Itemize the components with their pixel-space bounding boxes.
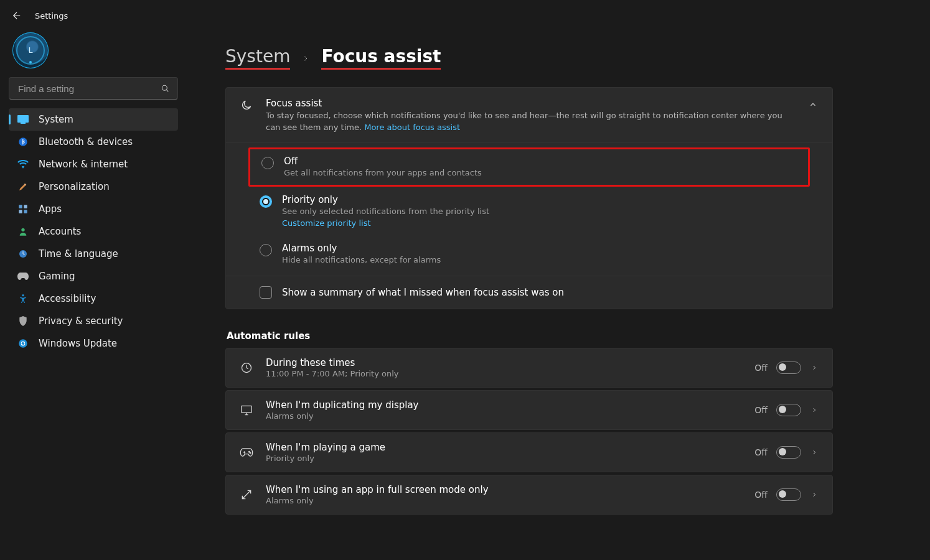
focus-card-desc: To stay focused, choose which notificati… [266,110,787,134]
radio-label: Priority only [282,194,489,205]
rule-state: Off [754,405,768,415]
sidebar-item-label: Privacy & security [39,315,123,327]
summary-checkbox-row[interactable]: Show a summary of what I missed when foc… [226,276,832,309]
focus-card-link[interactable]: More about focus assist [364,123,460,132]
chevron-right-icon[interactable] [810,490,819,499]
sidebar-item-gaming[interactable]: Gaming [9,265,178,287]
sidebar-item-apps[interactable]: Apps [9,198,178,220]
clock-icon [240,362,253,374]
rule-state: Off [754,490,768,500]
rule-state: Off [754,363,768,373]
svg-point-11 [19,339,27,347]
sidebar-item-network[interactable]: Network & internet [9,153,178,175]
svg-rect-5 [24,205,27,208]
radio-icon [261,157,274,169]
app-title: Settings [35,11,68,21]
rule-subtitle: Alarms only [266,411,742,421]
avatar[interactable]: L [12,32,49,68]
checkbox-icon [260,286,272,299]
svg-rect-4 [19,205,22,208]
rule-subtitle: Alarms only [266,496,742,505]
sidebar-item-label: Gaming [39,271,75,282]
moon-icon [240,98,253,111]
rule-title: When I'm playing a game [266,442,742,453]
radio-option-alarms[interactable]: Alarms only Hide all notifications, exce… [226,235,832,276]
svg-rect-6 [19,210,22,213]
update-icon [17,338,29,349]
chevron-right-icon[interactable] [810,448,819,457]
rule-title: During these times [266,357,742,368]
toggle-switch[interactable] [776,446,801,459]
radio-label: Off [284,156,482,167]
sidebar-item-update[interactable]: Windows Update [9,332,178,355]
toggle-switch[interactable] [776,362,801,374]
svg-rect-13 [242,406,252,413]
rule-title: When I'm using an app in full screen mod… [266,484,742,495]
rule-duplicating-display[interactable]: When I'm duplicating my display Alarms o… [225,390,833,430]
svg-point-15 [250,452,251,454]
rule-fullscreen-app[interactable]: When I'm using an app in full screen mod… [225,475,833,515]
rule-title: When I'm duplicating my display [266,399,742,411]
customize-priority-link[interactable]: Customize priority list [282,218,489,228]
rule-playing-game[interactable]: When I'm playing a game Priority only Of… [225,432,833,472]
search-icon [160,83,170,93]
summary-checkbox-label: Show a summary of what I missed when foc… [282,287,564,298]
chevron-right-icon[interactable] [810,363,819,372]
sidebar-item-time[interactable]: Time & language [9,243,178,265]
rule-subtitle: Priority only [266,454,742,463]
person-icon [17,226,29,237]
radio-option-off[interactable]: Off Get all notifications from your apps… [248,147,810,187]
svg-point-10 [22,294,24,296]
svg-point-0 [162,85,167,90]
radio-option-priority[interactable]: Priority only See only selected notifica… [226,187,832,235]
gamepad-icon [240,448,253,457]
rule-subtitle: 11:00 PM - 7:00 AM; Priority only [266,369,742,378]
main-content: System Focus assist Focus assist To stay… [187,26,930,542]
svg-point-14 [249,452,250,453]
wifi-icon [17,159,29,170]
paintbrush-icon [17,181,29,192]
sidebar-item-label: Time & language [39,248,118,259]
breadcrumb-current: Focus assist [321,47,441,70]
rule-state: Off [754,447,768,457]
radio-label: Alarms only [282,243,441,254]
sidebar-item-label: Apps [39,203,62,215]
chevron-up-icon[interactable] [807,99,819,110]
chevron-right-icon [300,53,311,64]
sidebar-item-label: Network & internet [39,159,128,170]
breadcrumb: System Focus assist [225,34,833,70]
accessibility-icon [17,293,29,304]
toggle-switch[interactable] [776,404,801,416]
sidebar-item-label: Personalization [39,181,110,192]
back-icon[interactable] [10,9,24,22]
focus-card-header[interactable]: Focus assist To stay focused, choose whi… [226,88,832,143]
rule-during-times[interactable]: During these times 11:00 PM - 7:00 AM; P… [225,348,833,388]
focus-card-title: Focus assist [266,98,787,109]
sidebar-item-label: Bluetooth & devices [39,136,133,147]
radio-description: See only selected notifications from the… [282,207,489,216]
rules-section-title: Automatic rules [227,330,833,342]
chevron-right-icon[interactable] [810,406,819,414]
sidebar: L System Bluetooth & devices [0,26,187,542]
shield-icon [17,315,29,327]
sidebar-item-label: Accessibility [39,293,96,304]
sidebar-item-privacy[interactable]: Privacy & security [9,310,178,332]
toggle-switch[interactable] [776,488,801,501]
radio-description: Hide all notifications, except for alarm… [282,255,441,264]
monitor-icon [240,404,253,416]
breadcrumb-parent[interactable]: System [225,47,290,70]
sidebar-item-system[interactable]: System [9,108,178,131]
radio-description: Get all notifications from your apps and… [284,168,482,177]
gamepad-icon [17,271,29,282]
sidebar-item-accounts[interactable]: Accounts [9,220,178,243]
sidebar-item-personalization[interactable]: Personalization [9,175,178,198]
search-input[interactable] [9,77,178,100]
sidebar-item-label: System [39,114,73,125]
radio-icon-selected [260,195,272,208]
sidebar-item-bluetooth[interactable]: Bluetooth & devices [9,131,178,153]
apps-icon [17,203,29,215]
globe-clock-icon [17,248,29,259]
fullscreen-icon [240,488,253,501]
sidebar-item-accessibility[interactable]: Accessibility [9,287,178,310]
svg-point-8 [21,228,24,231]
